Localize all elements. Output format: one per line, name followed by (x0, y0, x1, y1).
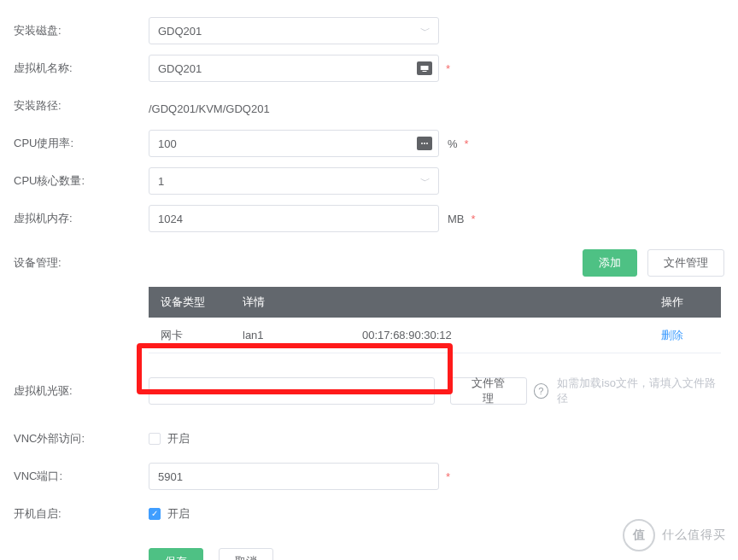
th-type: 设备类型 (149, 295, 243, 310)
label-boot-auto: 开机自启: (14, 506, 149, 522)
vnc-external-checkbox[interactable] (149, 433, 161, 445)
boot-auto-checkbox[interactable] (149, 508, 161, 520)
required-star: * (465, 137, 469, 150)
table-row: 网卡 lan1 00:17:68:90:30:12 删除 (149, 318, 721, 353)
help-icon[interactable]: ? (534, 383, 549, 399)
label-install-path: 安装路径: (14, 98, 149, 114)
vnc-external-cb-label: 开启 (167, 431, 190, 446)
label-install-disk: 安装磁盘: (14, 23, 149, 38)
row-cpu-usage: CPU使用率: % * (14, 130, 724, 157)
add-device-button[interactable]: 添加 (583, 249, 637, 277)
svg-point-0 (421, 143, 423, 144)
th-detail: 详情 (243, 295, 362, 310)
unit-mb: MB (448, 213, 465, 225)
label-vm-name: 虚拟机名称: (14, 61, 149, 76)
vm-name-input[interactable] (149, 55, 439, 82)
iso-hint: 如需加载iso文件，请填入文件路径 (557, 376, 724, 406)
watermark-badge-icon: 值 (623, 519, 655, 551)
row-install-path: 安装路径: /GDQ201/KVM/GDQ201 (14, 92, 724, 120)
cdrom-file-mgmt-button[interactable]: 文件管理 (450, 377, 526, 405)
device-table: 设备类型 详情 操作 网卡 lan1 00:17:68:90:30:12 删除 (149, 287, 721, 353)
row-vnc-external: VNC外部访问: 开启 (14, 425, 724, 452)
install-disk-select[interactable] (149, 17, 439, 44)
install-path-text: /GDQ201/KVM/GDQ201 (149, 97, 270, 115)
watermark: 值 什么值得买 (623, 519, 726, 551)
label-vnc-external: VNC外部访问: (14, 431, 149, 446)
row-vm-cdrom: 虚拟机光驱: 文件管理 ? 如需加载iso文件，请填入文件路径 (14, 376, 724, 406)
svg-point-1 (424, 143, 425, 144)
label-cpu-cores: CPU核心数量: (14, 173, 149, 189)
more-icon (417, 137, 432, 150)
required-star: * (472, 213, 476, 225)
vm-memory-input[interactable] (149, 205, 439, 232)
delete-link[interactable]: 删除 (661, 328, 721, 343)
vm-config-form: 安装磁盘: ﹀ 虚拟机名称: * 安装路径: /GDQ201/KVM/GDQ20… (0, 0, 738, 560)
th-action: 操作 (661, 295, 721, 310)
vnc-port-input[interactable] (149, 463, 439, 490)
svg-point-2 (426, 143, 428, 144)
file-mgmt-button[interactable]: 文件管理 (647, 249, 724, 277)
label-vm-memory: 虚拟机内存: (14, 211, 149, 226)
td-type: 网卡 (149, 328, 243, 343)
unit-percent: % (448, 137, 458, 150)
row-vm-memory: 虚拟机内存: MB * (14, 205, 724, 232)
boot-auto-cb-label: 开启 (167, 506, 190, 522)
cpu-usage-input[interactable] (149, 130, 439, 157)
row-boot-auto: 开机自启: 开启 (14, 500, 724, 528)
row-device-mgmt: 设备管理: 添加 文件管理 (14, 249, 724, 277)
row-install-disk: 安装磁盘: ﹀ (14, 17, 724, 44)
required-star: * (446, 470, 450, 483)
td-detail: lan1 (243, 329, 362, 341)
required-star: * (446, 62, 450, 75)
table-header: 设备类型 详情 操作 (149, 287, 721, 318)
label-cpu-usage: CPU使用率: (14, 136, 149, 151)
row-vm-name: 虚拟机名称: * (14, 55, 724, 82)
watermark-text: 什么值得买 (662, 528, 726, 543)
vm-cdrom-input[interactable] (149, 377, 435, 405)
label-device-mgmt: 设备管理: (14, 255, 149, 271)
label-vnc-port: VNC端口: (14, 469, 149, 484)
cpu-cores-select[interactable] (149, 167, 439, 195)
label-vm-cdrom: 虚拟机光驱: (14, 383, 149, 399)
td-mac: 00:17:68:90:30:12 (362, 329, 661, 341)
cancel-button[interactable]: 取消 (219, 548, 273, 560)
row-cpu-cores: CPU核心数量: ﹀ (14, 167, 724, 195)
save-button[interactable]: 保存 (149, 548, 203, 560)
row-vnc-port: VNC端口: * (14, 463, 724, 490)
keyboard-icon (417, 61, 432, 75)
